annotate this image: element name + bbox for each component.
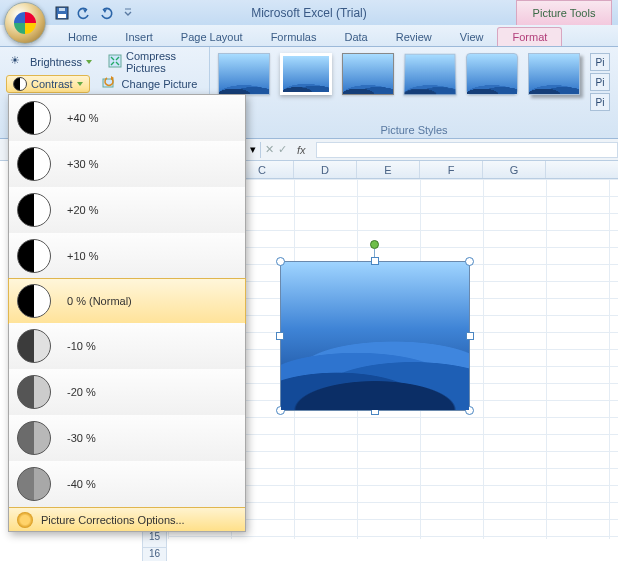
change-picture-icon bbox=[102, 76, 118, 92]
col-header[interactable]: D bbox=[294, 161, 357, 178]
tab-insert[interactable]: Insert bbox=[111, 28, 167, 46]
undo-icon[interactable] bbox=[76, 5, 92, 21]
title-bar: Microsoft Excel (Trial) Picture Tools bbox=[0, 0, 618, 25]
contrast-swatch-icon bbox=[17, 375, 51, 409]
contrast-swatch-icon bbox=[17, 239, 51, 273]
contrast-option[interactable]: +30 % bbox=[9, 141, 245, 187]
resize-handle-sw[interactable] bbox=[276, 406, 285, 415]
formula-bar[interactable] bbox=[316, 142, 618, 158]
tab-formulas[interactable]: Formulas bbox=[257, 28, 331, 46]
contrast-option-label: -10 % bbox=[67, 340, 96, 352]
contrast-swatch-icon bbox=[17, 101, 51, 135]
qat-dropdown-icon[interactable] bbox=[120, 5, 136, 21]
resize-handle-ne[interactable] bbox=[465, 257, 474, 266]
change-picture-button[interactable]: Change Picture bbox=[98, 75, 202, 93]
picture-style-3[interactable] bbox=[342, 53, 394, 95]
contextual-tab-picture-tools: Picture Tools bbox=[516, 0, 612, 25]
picture-corrections-options[interactable]: Picture Corrections Options... bbox=[9, 507, 245, 531]
contrast-option[interactable]: +20 % bbox=[9, 187, 245, 233]
office-button[interactable] bbox=[4, 2, 46, 44]
svg-rect-4 bbox=[109, 55, 121, 67]
resize-handle-s[interactable] bbox=[371, 407, 379, 415]
quick-access-toolbar bbox=[54, 5, 136, 21]
compress-pictures-button[interactable]: Compress Pictures bbox=[104, 49, 203, 75]
svg-rect-2 bbox=[59, 8, 65, 11]
change-picture-label: Change Picture bbox=[122, 78, 198, 90]
svg-rect-1 bbox=[58, 14, 66, 18]
contrast-dropdown: +40 %+30 %+20 %+10 %0 % (Normal)-10 %-20… bbox=[8, 94, 246, 532]
fx-enter-icon[interactable]: ✓ bbox=[278, 143, 287, 156]
contrast-option-label: -30 % bbox=[67, 432, 96, 444]
group-picture-styles: Pi Pi Pi Picture Styles bbox=[210, 47, 618, 138]
contrast-option[interactable]: -20 % bbox=[9, 369, 245, 415]
contrast-option[interactable]: +10 % bbox=[9, 233, 245, 279]
fx-icon[interactable]: fx bbox=[297, 144, 306, 156]
tab-view[interactable]: View bbox=[446, 28, 498, 46]
contrast-swatch-icon bbox=[17, 467, 51, 501]
resize-handle-w[interactable] bbox=[276, 332, 284, 340]
tab-format[interactable]: Format bbox=[497, 27, 562, 46]
contrast-option-label: +10 % bbox=[67, 250, 99, 262]
contrast-option[interactable]: +40 % bbox=[9, 95, 245, 141]
contrast-swatch-icon bbox=[17, 284, 51, 318]
row-headers-tail: 15 16 bbox=[142, 531, 167, 561]
contrast-option[interactable]: -40 % bbox=[9, 461, 245, 507]
ribbon-tabs: Home Insert Page Layout Formulas Data Re… bbox=[0, 25, 618, 47]
brightness-label: Brightness bbox=[30, 56, 82, 68]
contrast-swatch-icon bbox=[17, 421, 51, 455]
row-header[interactable]: 15 bbox=[142, 531, 167, 548]
redo-icon[interactable] bbox=[98, 5, 114, 21]
contrast-swatch-icon bbox=[17, 329, 51, 363]
col-header[interactable]: G bbox=[483, 161, 546, 178]
contrast-icon bbox=[13, 77, 27, 91]
contrast-option-label: +30 % bbox=[67, 158, 99, 170]
picture-shape-button[interactable]: Pi bbox=[590, 53, 610, 71]
contrast-option-label: 0 % (Normal) bbox=[67, 295, 132, 307]
contrast-option[interactable]: 0 % (Normal) bbox=[8, 278, 246, 324]
picture-border-button[interactable]: Pi bbox=[590, 73, 610, 91]
col-header[interactable]: F bbox=[420, 161, 483, 178]
tab-page-layout[interactable]: Page Layout bbox=[167, 28, 257, 46]
contrast-option-label: +20 % bbox=[67, 204, 99, 216]
contrast-swatch-icon bbox=[17, 147, 51, 181]
chevron-down-icon bbox=[86, 60, 92, 64]
resize-handle-n[interactable] bbox=[371, 257, 379, 265]
tab-home[interactable]: Home bbox=[54, 28, 111, 46]
contrast-button[interactable]: Contrast bbox=[6, 75, 90, 93]
resize-handle-nw[interactable] bbox=[276, 257, 285, 266]
tab-review[interactable]: Review bbox=[382, 28, 446, 46]
sun-icon: ☀ bbox=[10, 54, 26, 70]
picture-style-5[interactable] bbox=[466, 53, 518, 95]
fx-cancel-icon[interactable]: ✕ bbox=[265, 143, 274, 156]
app-title: Microsoft Excel (Trial) bbox=[251, 6, 367, 20]
contrast-option-label: -20 % bbox=[67, 386, 96, 398]
chevron-down-icon bbox=[77, 82, 83, 86]
group-label-picture-styles: Picture Styles bbox=[210, 124, 618, 136]
contrast-option-label: +40 % bbox=[67, 112, 99, 124]
picture-style-4[interactable] bbox=[403, 54, 456, 96]
row-header[interactable]: 16 bbox=[142, 548, 167, 561]
contrast-swatch-icon bbox=[17, 193, 51, 227]
picture-effects-button[interactable]: Pi bbox=[590, 93, 610, 111]
corrections-label: Picture Corrections Options... bbox=[41, 514, 185, 526]
col-header[interactable]: E bbox=[357, 161, 420, 178]
brightness-button[interactable]: ☀ Brightness bbox=[6, 53, 96, 71]
contrast-option-label: -40 % bbox=[67, 478, 96, 490]
contrast-option[interactable]: -30 % bbox=[9, 415, 245, 461]
rotate-handle[interactable] bbox=[370, 240, 379, 249]
tab-data[interactable]: Data bbox=[330, 28, 381, 46]
resize-handle-e[interactable] bbox=[466, 332, 474, 340]
contrast-option[interactable]: -10 % bbox=[9, 323, 245, 369]
picture-style-2[interactable] bbox=[280, 53, 332, 95]
picture-style-1[interactable] bbox=[218, 53, 270, 95]
embedded-picture[interactable] bbox=[280, 261, 470, 411]
compress-icon bbox=[108, 54, 122, 70]
contrast-label: Contrast bbox=[31, 78, 73, 90]
save-icon[interactable] bbox=[54, 5, 70, 21]
resize-handle-se[interactable] bbox=[465, 406, 474, 415]
name-box-dropdown-icon[interactable]: ▾ bbox=[250, 143, 256, 156]
compress-label: Compress Pictures bbox=[126, 50, 199, 74]
picture-style-6[interactable] bbox=[528, 53, 580, 95]
corrections-icon bbox=[17, 512, 33, 528]
